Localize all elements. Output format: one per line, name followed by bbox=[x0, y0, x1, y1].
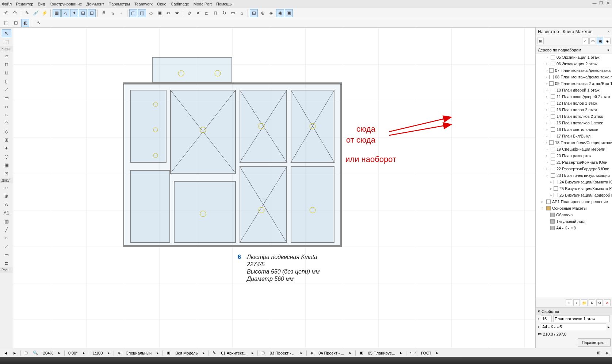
close-icon[interactable]: ✕ bbox=[605, 1, 611, 6]
text-tool-icon[interactable]: A bbox=[2, 200, 11, 208]
tab-pen-icon[interactable]: ✎ bbox=[211, 351, 217, 355]
group5-icon[interactable]: ▣ bbox=[285, 9, 293, 17]
wand-icon[interactable]: ⚡ bbox=[41, 9, 49, 17]
roof-tool-icon[interactable]: ⌂ bbox=[2, 111, 11, 119]
menu-editor[interactable]: Редактор bbox=[16, 2, 33, 6]
menu-view[interactable]: Вид bbox=[38, 2, 45, 6]
tab-2[interactable]: 03 Проект - ... bbox=[268, 351, 297, 355]
master-ref-input[interactable] bbox=[541, 324, 606, 330]
rotate-icon[interactable]: ↻ bbox=[220, 9, 228, 17]
nav-view-map-icon[interactable]: ▭ bbox=[589, 38, 596, 44]
door-tool-icon[interactable]: ⊓ bbox=[2, 60, 11, 68]
menu-teamwork[interactable]: Teamwork bbox=[134, 2, 153, 6]
nav-layout-book-icon[interactable]: ▣ bbox=[597, 38, 603, 44]
stair-tool-icon[interactable]: ⟗ bbox=[2, 102, 11, 110]
eyedropper-icon[interactable]: ✎ bbox=[23, 9, 31, 17]
nav-tree-mode-icon[interactable]: ⊞ bbox=[537, 38, 544, 44]
menu-modelport[interactable]: ModelPort bbox=[194, 2, 212, 6]
nav-new-subset-icon[interactable]: 📁 bbox=[581, 299, 588, 306]
snap2-icon[interactable]: ⊞ bbox=[79, 9, 87, 17]
tree-item-master[interactable]: Обложка bbox=[536, 212, 612, 218]
navigator-tree[interactable]: ▹05 Экспликация 1 этаж▹06 Экпликация 2 э… bbox=[536, 54, 612, 298]
nav-fwd-icon[interactable]: ► bbox=[11, 351, 18, 355]
menu-cadimage[interactable]: Cadimage bbox=[171, 2, 189, 6]
wall-tool2-icon[interactable]: ▱ bbox=[2, 52, 11, 60]
tree-item-layout[interactable]: ▹11 План окон /дверей 2 этаж bbox=[536, 93, 612, 100]
tree-item-ar[interactable]: ▹АР1 Планировочное решение bbox=[536, 198, 612, 205]
wall2-tool-icon[interactable]: ◫ bbox=[138, 9, 146, 17]
tab-reno-icon[interactable]: ⊞ bbox=[260, 351, 266, 355]
model-filter-value[interactable]: Вся Модель bbox=[174, 351, 199, 355]
zoom-fit-icon[interactable]: ⊡ bbox=[23, 351, 29, 355]
layout-name-input[interactable] bbox=[553, 315, 610, 322]
line-tool-icon[interactable]: ╱ bbox=[2, 225, 11, 233]
wall-tool-icon[interactable]: ▢ bbox=[129, 9, 137, 17]
label-tool-icon[interactable]: A1 bbox=[2, 209, 11, 217]
marquee-tool-icon[interactable]: ⬚ bbox=[2, 38, 11, 46]
object-tool-icon[interactable]: ⬡ bbox=[2, 152, 11, 160]
tree-item-layout[interactable]: ▹13 План полов 2 этаж bbox=[536, 107, 612, 113]
snap1-icon[interactable]: ✦ bbox=[70, 9, 78, 17]
angle-value[interactable]: 0,00° bbox=[67, 351, 79, 355]
group4-icon[interactable]: ◉ bbox=[276, 9, 284, 17]
tab-1[interactable]: 01 Архитект... bbox=[219, 351, 248, 355]
undo-icon[interactable]: ↶ bbox=[2, 9, 10, 17]
circle-tool-icon[interactable]: ○ bbox=[2, 234, 11, 242]
guideline2-icon[interactable]: △ bbox=[61, 9, 69, 17]
tree-item-layout[interactable]: ▹18 План мебели/Спецификаци bbox=[536, 139, 612, 146]
selmode1-icon[interactable]: ⬚ bbox=[2, 19, 10, 27]
selmode3-icon[interactable]: ◐ bbox=[21, 19, 29, 27]
zone-tool-icon[interactable]: ▣ bbox=[2, 161, 11, 169]
properties-button[interactable]: Параметры... bbox=[578, 338, 611, 346]
maximize-icon[interactable]: ❐ bbox=[598, 1, 604, 6]
window-tool-icon[interactable]: ⊔ bbox=[2, 69, 11, 77]
tree-item-layout[interactable]: ▹24 Визуализация/Комната Юли bbox=[536, 179, 612, 185]
tree-item-layout[interactable]: ▹15 План потолков 1 этаж bbox=[536, 120, 612, 126]
menu-window[interactable]: Окно bbox=[157, 2, 167, 6]
shell-tool-icon[interactable]: ◠ bbox=[2, 119, 11, 127]
nav-delete-icon[interactable]: ✕ bbox=[604, 299, 611, 306]
scale-value[interactable]: 1:100 bbox=[91, 351, 104, 355]
redo-icon[interactable]: ↷ bbox=[11, 9, 19, 17]
menu-document[interactable]: Документ bbox=[87, 2, 104, 6]
nav-new-master-icon[interactable]: ▪ bbox=[573, 299, 580, 306]
guideline1-icon[interactable]: ▦ bbox=[53, 9, 61, 17]
menu-design[interactable]: Конструирование bbox=[49, 2, 82, 6]
arrow-tool-icon[interactable]: ↖ bbox=[2, 29, 11, 37]
nav-publisher-icon[interactable]: ◈ bbox=[604, 38, 611, 44]
element-icon[interactable]: ▣ bbox=[156, 9, 164, 17]
layercombo-value[interactable]: Специальный bbox=[124, 351, 153, 355]
layercombo-icon[interactable]: ◈ bbox=[116, 351, 122, 355]
skylight-tool-icon[interactable]: ◇ bbox=[2, 127, 11, 135]
curtain-tool-icon[interactable]: ⊞ bbox=[2, 136, 11, 144]
navigator-subsets-label[interactable]: Дерево по поднаборам bbox=[538, 48, 581, 52]
tree-item-layout[interactable]: ▹19 Спецификация мебели bbox=[536, 146, 612, 152]
tree-item-layout[interactable]: ▹09 План монтажа 2 этаж/Вид 1 bbox=[536, 80, 612, 87]
slab-tool-icon[interactable]: ▭ bbox=[2, 94, 11, 102]
model-filter-icon[interactable]: ▣ bbox=[165, 351, 172, 355]
tab-4[interactable]: 05 Планируе... bbox=[367, 351, 397, 355]
quick-options-icon[interactable]: ⊞ bbox=[596, 351, 602, 355]
chevron-right-icon[interactable]: ▸ bbox=[608, 47, 610, 52]
quick-options2-icon[interactable]: ◈ bbox=[604, 351, 610, 355]
master-ref-browse-icon[interactable]: ▸ bbox=[608, 325, 610, 329]
tree-item-layout[interactable]: ▹10 План дверей 1 этаж bbox=[536, 87, 612, 93]
group1-icon[interactable]: ⊞ bbox=[250, 9, 258, 17]
trace-icon[interactable]: ⎄ bbox=[203, 9, 211, 17]
morph-tool-icon[interactable]: ✦ bbox=[2, 144, 11, 152]
tree-item-layout[interactable]: ▹08 План монтажа/демонтажа п bbox=[536, 74, 612, 80]
menu-file[interactable]: Файл bbox=[2, 2, 12, 6]
snap3-icon[interactable]: ⊡ bbox=[88, 9, 96, 17]
nav-settings-icon[interactable]: ⚙ bbox=[596, 299, 603, 306]
column-tool-icon[interactable]: ▯ bbox=[2, 77, 11, 85]
tab-mvo-icon[interactable]: ◈ bbox=[309, 351, 315, 355]
dimension-tool-icon[interactable]: ↔ bbox=[2, 183, 11, 191]
group2-icon[interactable]: ⊕ bbox=[259, 9, 267, 17]
tree-item-layout[interactable]: ▹22 Развертки/Гардероб Юли bbox=[536, 166, 612, 172]
tree-item-layout[interactable]: ▹26 Визуализация/Гардероб Юл bbox=[536, 192, 612, 198]
dimstd-icon[interactable]: ⟷ bbox=[409, 351, 417, 355]
drawing-tool-icon[interactable]: ▭ bbox=[2, 251, 11, 259]
tree-item-layout[interactable]: ▹20 План разверток bbox=[536, 152, 612, 159]
tree-item-layout[interactable]: ▹21 Развертки/Комната Юли bbox=[536, 159, 612, 166]
tree-item-layout[interactable]: ▹06 Экпликация 2 этаж bbox=[536, 61, 612, 67]
